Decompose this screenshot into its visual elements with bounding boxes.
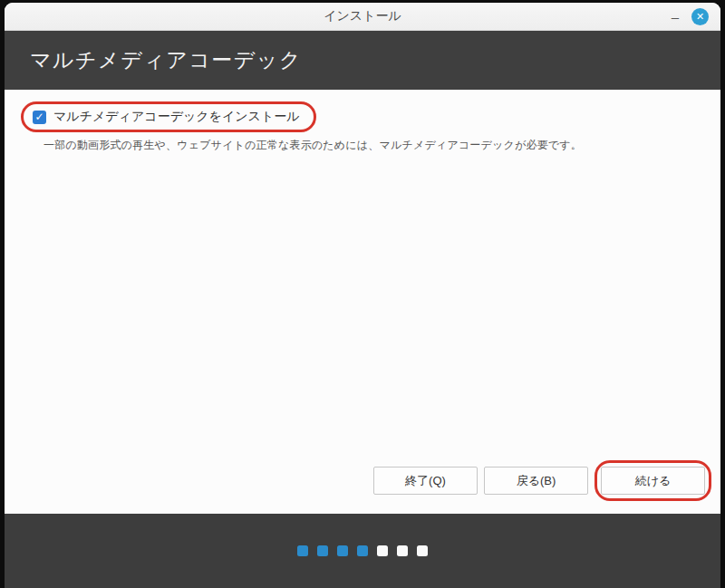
continue-button[interactable]: 続ける <box>601 467 705 495</box>
progress-dots <box>297 545 428 556</box>
window-controls: – ✕ <box>669 8 720 25</box>
quit-button[interactable]: 終了(Q) <box>373 467 478 495</box>
progress-dot <box>417 545 428 556</box>
progress-dot <box>337 545 348 556</box>
codecs-description: 一部の動画形式の再生や、ウェブサイトの正常な表示のためには、マルチメディアコーデ… <box>44 138 720 153</box>
progress-dot <box>377 545 388 556</box>
install-codecs-label[interactable]: マルチメディアコーデックをインストール <box>53 109 300 125</box>
progress-dot <box>317 545 328 556</box>
install-codecs-checkbox[interactable]: ✓ <box>33 111 46 124</box>
close-icon[interactable]: ✕ <box>691 8 709 25</box>
titlebar: インストール – ✕ <box>5 3 720 31</box>
content-area: ✓ マルチメディアコーデックをインストール 一部の動画形式の再生や、ウェブサイト… <box>5 90 720 514</box>
continue-highlight-annotation: 続ける <box>594 460 711 501</box>
minimize-icon[interactable]: – <box>669 10 682 24</box>
checkbox-highlight-annotation: ✓ マルチメディアコーデックをインストール <box>21 101 316 132</box>
back-button[interactable]: 戻る(B) <box>484 467 588 495</box>
footer <box>5 514 720 588</box>
window-title: インストール <box>5 8 720 24</box>
page-header: マルチメディアコーデック <box>5 31 720 90</box>
progress-dot <box>357 545 368 556</box>
progress-dot <box>297 545 308 556</box>
installer-window: インストール – ✕ マルチメディアコーデック ✓ マルチメディアコーデックをイ… <box>5 3 720 588</box>
button-row: 終了(Q) 戻る(B) 続ける <box>373 460 711 501</box>
progress-dot <box>397 545 408 556</box>
page-title: マルチメディアコーデック <box>30 46 302 74</box>
